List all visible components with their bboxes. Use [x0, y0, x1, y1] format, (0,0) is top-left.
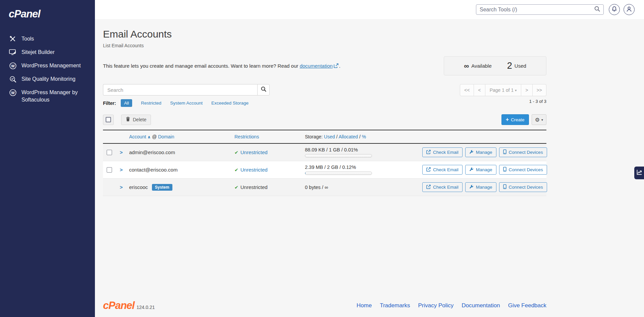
sort-storage-used-link[interactable]: Used: [324, 134, 335, 139]
filter-restricted[interactable]: Restricted: [141, 101, 161, 106]
cpanel-logo[interactable]: cPanel: [0, 0, 95, 20]
expand-row-icon[interactable]: >: [117, 149, 129, 155]
manage-button[interactable]: Manage: [465, 165, 496, 175]
restriction-text: Unrestricted: [240, 184, 268, 190]
external-link-icon: [334, 63, 338, 69]
expand-row-icon[interactable]: >: [117, 184, 129, 190]
sort-restrictions-link[interactable]: Restrictions: [234, 134, 259, 139]
check-email-button[interactable]: Check Email: [422, 147, 463, 157]
row-checkbox[interactable]: [107, 167, 112, 173]
usage-stats-box: ∞ Available 2 Used: [444, 56, 546, 75]
storage-usage: 2.39 MB / 2 GB / 0.12%: [305, 165, 420, 170]
footer-link-trademarks[interactable]: Trademarks: [380, 302, 410, 309]
account-name: admin@eriscoo.com: [129, 149, 234, 155]
pagination-prev-button[interactable]: <: [474, 84, 485, 96]
sidebar-item-wordpress-management[interactable]: W WordPress Management: [0, 59, 95, 72]
footer-link-privacy-policy[interactable]: Privacy Policy: [418, 302, 454, 309]
pagination-last-button[interactable]: >>: [533, 84, 546, 96]
wrench-icon: [469, 167, 474, 173]
analytics-flyout-tab[interactable]: [634, 167, 644, 179]
filter-system-account[interactable]: System Account: [170, 101, 203, 106]
column-storage: Storage: Used / Allocated / %: [305, 134, 422, 139]
external-link-square-icon: [426, 167, 431, 173]
wrench-icon: [469, 150, 474, 155]
sort-account-link[interactable]: Account: [129, 134, 146, 139]
table-row: > eriscooc System ✔ Unrestricted 0 bytes…: [103, 179, 546, 196]
list-search: [103, 84, 270, 96]
footer-link-documentation[interactable]: Documentation: [462, 302, 500, 309]
column-account-domain: Account ∧ @ Domain: [129, 134, 234, 139]
list-search-input[interactable]: [103, 84, 257, 96]
sidebar-item-wordpress-manager-softaculous[interactable]: W WordPress Manager by Softaculous: [0, 86, 91, 107]
footer: cPanel 124.0.21 Home Trademarks Privacy …: [103, 300, 546, 312]
pagination-next-button[interactable]: >: [521, 84, 532, 96]
external-link-square-icon: [426, 150, 431, 155]
filter-all[interactable]: All: [121, 99, 132, 107]
check-icon: ✔: [234, 150, 238, 155]
connect-devices-button[interactable]: Connect Devices: [499, 182, 547, 192]
chart-icon: [637, 170, 642, 176]
column-restrictions: Restrictions: [234, 134, 305, 139]
filter-exceeded-storage[interactable]: Exceeded Storage: [211, 101, 249, 106]
list-search-button[interactable]: [257, 84, 270, 96]
sidebar-item-label: Sitejet Builder: [21, 49, 55, 56]
sort-domain-link[interactable]: Domain: [158, 134, 174, 139]
sidebar-item-tools[interactable]: Tools: [0, 32, 95, 46]
storage-progress-bar: [305, 154, 372, 157]
sidebar-item-label: Tools: [21, 35, 34, 43]
footer-link-home[interactable]: Home: [357, 302, 372, 309]
sidebar-nav: Tools Sitejet Builder W WordPress Manage…: [0, 32, 95, 107]
check-email-button[interactable]: Check Email: [422, 182, 463, 192]
delete-button[interactable]: Delete: [121, 115, 151, 125]
notifications-button[interactable]: [609, 4, 620, 15]
sidebar-item-sitejet-builder[interactable]: Sitejet Builder: [0, 46, 95, 59]
pagination-page-select[interactable]: Page 1 of 1▾: [485, 84, 522, 96]
connect-devices-button[interactable]: Connect Devices: [499, 165, 547, 175]
sort-storage-percent-link[interactable]: %: [362, 134, 366, 139]
documentation-link[interactable]: documentation: [300, 63, 332, 69]
table-row: > admin@eriscoo.com ✔ Unrestricted 88.09…: [103, 144, 546, 161]
svg-text:W: W: [11, 64, 15, 68]
restriction-link[interactable]: Unrestricted: [240, 167, 268, 173]
account-name: contact@eriscoo.com: [129, 167, 234, 173]
caret-down-icon: ▾: [541, 118, 543, 122]
expand-row-icon[interactable]: >: [117, 167, 129, 173]
check-icon: ✔: [234, 185, 238, 190]
select-all-button[interactable]: [103, 115, 114, 125]
sort-storage-allocated-link[interactable]: Allocated: [338, 134, 358, 139]
filter-label: Filter:: [103, 101, 116, 106]
storage-usage: 0 bytes / ∞: [305, 185, 420, 190]
restriction-link[interactable]: Unrestricted: [240, 149, 268, 155]
gear-icon: ⚙: [535, 117, 540, 123]
wordpress-icon: W: [9, 62, 16, 69]
caret-down-icon: ▾: [515, 88, 517, 92]
table-header: Account ∧ @ Domain Restrictions Storage:…: [103, 130, 546, 144]
settings-dropdown-button[interactable]: ⚙ ▾: [532, 114, 546, 125]
manage-button[interactable]: Manage: [465, 147, 496, 157]
check-icon: ✔: [234, 167, 238, 173]
site-quality-icon: [9, 75, 16, 83]
user-menu-button[interactable]: [624, 4, 635, 15]
available-stat: ∞ Available: [464, 62, 492, 69]
storage-progress-bar: [305, 172, 372, 175]
pagination-first-button[interactable]: <<: [460, 84, 474, 96]
plus-icon: +: [506, 117, 509, 122]
sidebar-item-site-quality-monitoring[interactable]: Site Quality Monitoring: [0, 72, 95, 86]
row-checkbox[interactable]: [107, 150, 112, 155]
table-row: > contact@eriscoo.com ✔ Unrestricted 2.3…: [103, 161, 546, 179]
check-email-button[interactable]: Check Email: [422, 165, 463, 175]
footer-link-give-feedback[interactable]: Give Feedback: [508, 302, 546, 309]
sidebar-item-label: WordPress Manager by Softaculous: [21, 89, 85, 104]
external-link-square-icon: [426, 185, 431, 190]
cpanel-footer-logo: cPanel: [103, 300, 135, 312]
user-icon: [626, 6, 632, 13]
select-all-checkbox[interactable]: [106, 117, 111, 122]
email-accounts-table: Account ∧ @ Domain Restrictions Storage:…: [103, 130, 546, 196]
create-button[interactable]: + Create: [501, 114, 529, 125]
tools-search-input[interactable]: [480, 7, 594, 13]
search-icon[interactable]: [594, 6, 600, 13]
connect-devices-button[interactable]: Connect Devices: [499, 147, 547, 157]
manage-button[interactable]: Manage: [465, 182, 496, 192]
sidebar-item-label: Site Quality Monitoring: [21, 75, 75, 83]
storage-usage: 88.09 KB / 1 GB / 0.01%: [305, 147, 420, 152]
